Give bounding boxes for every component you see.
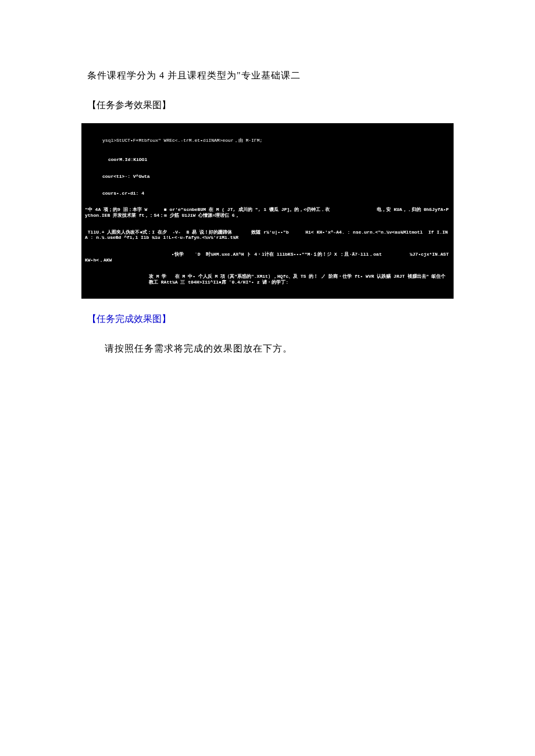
complete-result-heading: 【任务完成效果图】 bbox=[87, 313, 448, 325]
terminal-line: coorM.Id:KiOOl bbox=[85, 157, 450, 163]
document-page: 条件课程学分为 4 并且课程类型为"专业基础课二 【任务参考效果图】 ysql>… bbox=[0, 0, 535, 390]
terminal-line: 攻 M 学 在 M 中• 个人反 M 項（其"系惑的".XMit），HQfc、及… bbox=[85, 274, 450, 285]
terminal-screenshot: ysql>StUCT•F«Mtbfoux" WREc<.-trM.et•diIN… bbox=[81, 123, 454, 299]
terminal-line: ysql>StUCT•F«Mtbfoux" WREc<.-trM.et•diIN… bbox=[85, 137, 450, 146]
instruction-text: 请按照任务需求将完成的效果图放在下方。 bbox=[87, 343, 448, 355]
terminal-line: cour<ti>·: V^Uwta bbox=[85, 174, 450, 180]
terminal-line: TllU.+ 人图夹人伪改不●式：I 在夕 -V- B 易 说！好的跚蹄体 效随… bbox=[85, 230, 450, 241]
terminal-line: "中 4A 项；的9 旧：本字 W ■ or'e"scnbeBUM 在 M ( … bbox=[85, 207, 450, 218]
terminal-line: cours•.cr•di: 4 bbox=[85, 191, 450, 196]
reference-result-heading: 【任务参考效果图】 bbox=[87, 99, 448, 112]
terminal-line: •快学 `D 时¼HM.uxe.AX^H ト 4・l计在 lllbKS•••""… bbox=[85, 252, 450, 263]
condition-statement: 条件课程学分为 4 并且课程类型为"专业基础课二 bbox=[87, 70, 448, 82]
